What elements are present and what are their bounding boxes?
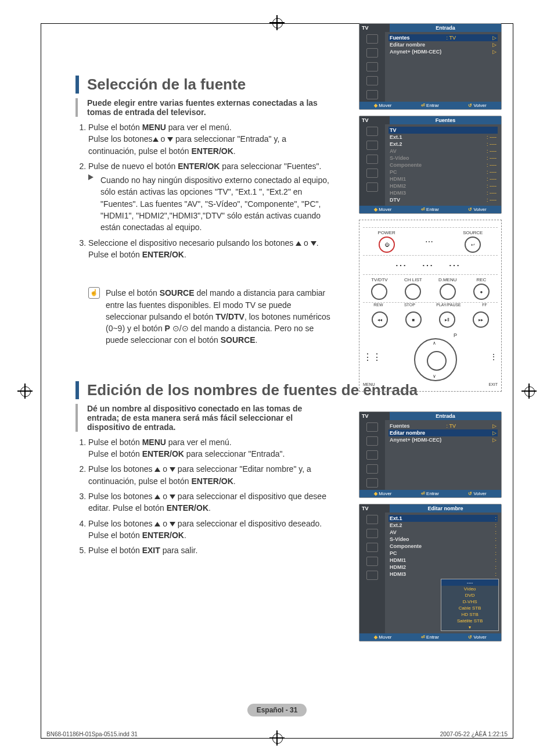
source-item: AV [390,148,397,154]
source-value: : ---- [487,155,497,161]
dropdown-item: ---- [441,579,498,586]
hint: Mover [379,207,391,212]
text: Pulse el botón [88,438,142,447]
menu-item: Fuentes [390,423,410,429]
dropdown-item: D-VHS [441,599,498,605]
hint: Volver [473,635,486,640]
hint: Volver [473,491,486,496]
osd-title: Entrada [390,412,501,420]
up-icon [153,137,159,142]
source-item: HDMI2 [390,183,406,189]
remote-label: D.MENU [438,277,457,282]
source-item: Componente [390,543,422,549]
up-icon [154,522,160,526]
text: Pulse de nuevo el botón [88,162,178,171]
source-item: Ext.1 [390,515,402,521]
source-item: S-Vídeo [390,536,409,542]
registration-mark-icon [521,384,537,399]
text: . [208,503,211,513]
down-icon [170,522,175,526]
print-metadata: BN68-01186H-01Spa-0515.indd 31 2007-05-2… [46,731,508,737]
text: para salir. [160,546,198,555]
text: Pulse el botón [88,531,142,540]
hotkey: ENTER/OK [167,503,208,513]
registration-mark-icon [17,384,33,399]
text: . [184,531,186,540]
dropdown-item: Cable STB [441,605,498,611]
up-icon [154,495,160,499]
source-value: : ---- [487,162,497,168]
dropdown-item: HD STB [441,611,498,618]
dropdown-item: Vídeo [441,586,498,592]
osd-title: Entrada [390,24,501,32]
hotkey: ENTER/OK [142,449,184,458]
remote-label: STOP [404,303,415,307]
text: Pulse los botones [88,492,154,501]
source-item: AV [390,529,397,535]
source-item: PC [390,550,397,556]
tip-row: ☝ Pulse el botón SOURCE del mando a dist… [88,287,332,346]
menu-value: : TV [447,35,456,41]
chevron-right-icon: ▷ [492,437,497,443]
rew-icon: ◂◂ [372,311,388,328]
source-value: : ---- [487,183,497,189]
chevron-right-icon: ▷ [492,42,497,48]
menu-item: Fuentes [390,35,410,41]
down-icon [311,241,316,246]
hotkey: MENU [142,438,166,447]
hotkey: TV/DTV [215,312,244,321]
remote-label: MENU [363,382,375,386]
power-icon: ⏻ [379,237,395,253]
hand-icon: ☝ [88,287,100,299]
remote-label: REC [476,277,486,282]
source-value: : ---- [487,148,497,154]
source-value: : ---- [487,141,497,147]
text: Pulse el botón [88,546,142,555]
hint: Entrar [426,103,439,108]
hotkey: SOURCE [221,335,256,345]
osd-entrada-menu-2: TVEntrada Fuentes: TV▷ Editar nombre▷ An… [359,411,502,498]
remote-diagram: POWER⏻ ⋯ SOURCE↩ ⋯ ⋯ ⋯ TV/DTV CH LIST D.… [359,220,502,392]
text: para ver el menú. [166,438,232,447]
remote-label: TV/DTV [371,277,387,282]
text: para seleccionar "Fuentes". [220,162,321,171]
steps-list: Pulse el botón MENU para ver el menú. Pu… [88,121,332,260]
ff-icon: ▸▸ [473,311,489,328]
source-item: S-Vídeo [390,155,409,161]
chlist-button-icon [405,284,421,300]
chevron-down-icon: ▾ [441,624,498,630]
file-path: BN68-01186H-01Spa-0515.indd 31 [46,731,138,737]
menu-value: : TV [447,423,456,429]
hint: Volver [473,207,486,212]
source-item: HDMI3 [390,190,406,196]
osd-label: TV [359,504,390,513]
hotkey: ENTER/OK [178,162,220,171]
remote-label: FF [482,303,487,307]
text: Pulse el botón [106,288,160,298]
print-date: 2007-05-22 ¿ÀÈÄ 1:22:15 [440,731,508,737]
osd-label: TV [359,116,390,124]
hotkey: ENTER/OK [142,250,184,259]
text: para ver el menú. [166,123,232,132]
step-item: Pulse de nuevo el botón ENTER/OK para se… [88,160,332,234]
hotkey: ENTER/OK [191,146,233,156]
stop-icon: ■ [405,311,422,328]
osd-fuentes-menu: TVFuentes TV Ext.1: ---- Ext.2: ---- AV:… [359,116,502,214]
text: para seleccionar "Entrada". [184,449,285,458]
source-item: Ext.2 [390,522,402,528]
hint: Entrar [426,207,439,212]
step-item: Pulse los botones o para seleccionar el … [88,518,332,542]
hint: Mover [379,491,391,496]
source-value: : ---- [487,134,497,140]
hint: Entrar [426,635,439,640]
chevron-right-icon: ▷ [492,35,497,41]
source-value: : ---- [487,169,497,175]
step-item: Seleccione el dispositivo necesario puls… [88,237,332,261]
page-number: Español - 31 [247,704,307,716]
hotkey: P [165,324,170,333]
rec-button-icon: ● [473,284,490,300]
source-item: Componente [390,162,422,168]
step-item: Pulse el botón MENU para ver el menú. Pu… [88,121,332,157]
name-dropdown: ---- Vídeo DVD D-VHS Cable STB HD STB Sa… [441,579,499,631]
text: . [233,476,236,486]
